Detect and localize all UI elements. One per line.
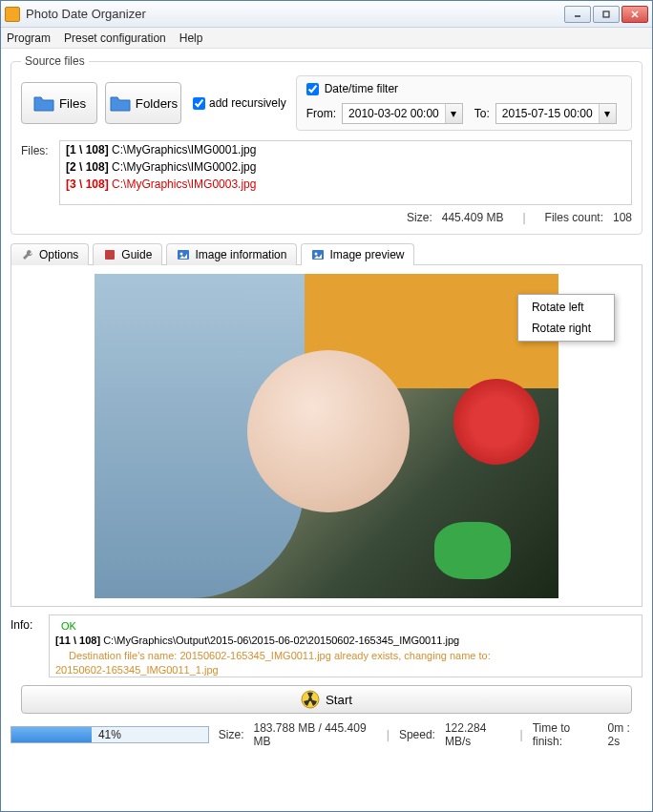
folder-icon bbox=[32, 94, 55, 113]
svg-point-10 bbox=[308, 697, 312, 701]
size-value: 183.788 MB / 445.409 MB bbox=[253, 721, 376, 748]
menu-help[interactable]: Help bbox=[179, 31, 203, 45]
progress-bar: 41% bbox=[11, 726, 209, 743]
preview-image bbox=[95, 274, 558, 598]
context-menu: Rotate left Rotate right bbox=[517, 294, 615, 342]
speed-value: 122.284 MB/s bbox=[445, 721, 511, 748]
from-label: From: bbox=[306, 107, 336, 120]
to-label: To: bbox=[474, 107, 490, 120]
to-date-input[interactable]: 2015-07-15 00:00 ▾ bbox=[495, 103, 617, 124]
minimize-button[interactable] bbox=[564, 6, 591, 23]
wrench-icon bbox=[21, 248, 34, 261]
files-list-label: Files: bbox=[21, 140, 59, 205]
titlebar: Photo Date Organizer bbox=[1, 1, 652, 28]
status-bar: 41% Size: 183.788 MB / 445.409 MB | Spee… bbox=[11, 721, 642, 748]
files-button[interactable]: Files bbox=[21, 82, 97, 124]
window-title: Photo Date Organizer bbox=[26, 7, 564, 21]
menu-rotate-left[interactable]: Rotate left bbox=[518, 297, 614, 318]
image-preview-panel[interactable]: Rotate left Rotate right bbox=[11, 265, 642, 607]
svg-point-6 bbox=[180, 253, 183, 256]
image-icon bbox=[177, 248, 190, 261]
ttf-label: Time to finish: bbox=[533, 721, 599, 748]
add-recursively-checkbox[interactable]: add recursively bbox=[193, 96, 286, 110]
date-filter-group: Date/time filter From: 2010-03-02 00:00 … bbox=[296, 75, 632, 131]
svg-rect-4 bbox=[105, 250, 115, 260]
app-icon bbox=[5, 7, 20, 22]
list-item[interactable]: [3 \ 108] C:\MyGraphics\IMG0003.jpg bbox=[60, 176, 631, 193]
date-filter-checkbox[interactable]: Date/time filter bbox=[306, 82, 621, 95]
source-files-legend: Source files bbox=[21, 54, 89, 68]
progress-text: 41% bbox=[11, 727, 208, 742]
info-log[interactable]: OK [11 \ 108] C:\MyGraphics\Output\2015-… bbox=[49, 614, 642, 677]
log-line: 20150602-165345_IMG0011_1.jpg bbox=[55, 663, 636, 677]
ttf-value: 0m : 2s bbox=[608, 721, 642, 748]
radiation-icon bbox=[301, 690, 320, 709]
tab-image-preview[interactable]: Image preview bbox=[301, 243, 414, 265]
source-files-group: Source files Files Folders add recursive… bbox=[11, 54, 642, 235]
menubar: Program Preset configuration Help bbox=[1, 28, 652, 49]
size-label: Size: bbox=[407, 211, 432, 224]
image-icon bbox=[311, 248, 325, 261]
tab-image-information[interactable]: Image information bbox=[166, 243, 297, 265]
close-button[interactable] bbox=[621, 6, 648, 23]
menu-program[interactable]: Program bbox=[7, 31, 51, 45]
status-ok: OK bbox=[61, 619, 636, 634]
size-value: 445.409 MB bbox=[442, 211, 504, 224]
chevron-down-icon[interactable]: ▾ bbox=[445, 104, 462, 123]
count-value: 108 bbox=[613, 211, 632, 224]
from-date-input[interactable]: 2010-03-02 00:00 ▾ bbox=[342, 103, 463, 124]
tab-bar: Options Guide Image information Image pr… bbox=[11, 242, 642, 265]
start-button[interactable]: Start bbox=[21, 685, 632, 714]
speed-label: Speed: bbox=[399, 728, 435, 741]
chevron-down-icon[interactable]: ▾ bbox=[599, 104, 616, 123]
tab-options[interactable]: Options bbox=[11, 243, 89, 265]
maximize-button[interactable] bbox=[593, 6, 620, 23]
list-item[interactable]: [1 \ 108] C:\MyGraphics\IMG0001.jpg bbox=[60, 141, 631, 158]
menu-rotate-right[interactable]: Rotate right bbox=[518, 318, 614, 339]
folders-button[interactable]: Folders bbox=[105, 82, 181, 124]
svg-point-8 bbox=[315, 253, 318, 256]
list-item[interactable]: [2 \ 108] C:\MyGraphics\IMG0002.jpg bbox=[60, 158, 631, 176]
size-label: Size: bbox=[219, 728, 244, 741]
info-label: Info: bbox=[11, 614, 49, 677]
svg-rect-1 bbox=[603, 11, 609, 17]
tab-guide[interactable]: Guide bbox=[93, 243, 162, 265]
folder-icon bbox=[109, 94, 132, 113]
log-line: Destination file's name: 20150602-165345… bbox=[55, 649, 636, 663]
log-line: [11 \ 108] C:\MyGraphics\Output\2015-06\… bbox=[55, 634, 636, 648]
app-window: Photo Date Organizer Program Preset conf… bbox=[0, 0, 653, 812]
menu-preset[interactable]: Preset configuration bbox=[64, 31, 166, 45]
files-list[interactable]: [1 \ 108] C:\MyGraphics\IMG0001.jpg [2 \… bbox=[59, 140, 632, 205]
count-label: Files count: bbox=[545, 211, 603, 224]
book-icon bbox=[103, 248, 116, 261]
